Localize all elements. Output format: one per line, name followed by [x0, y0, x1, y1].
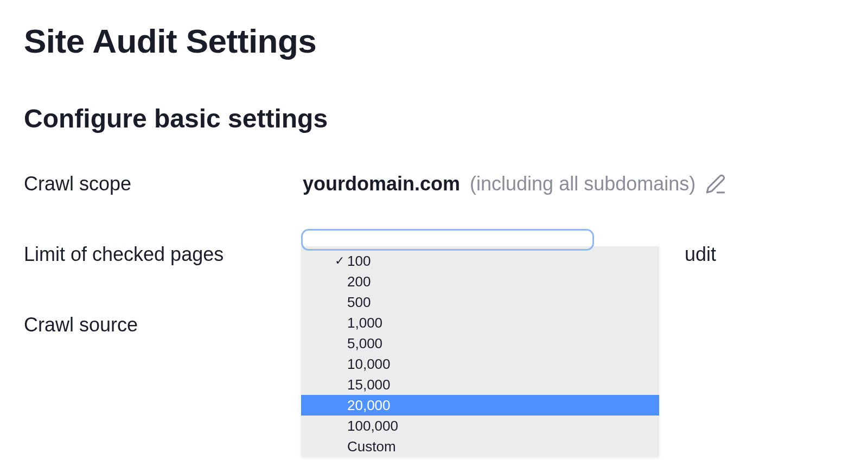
check-icon: ✓ — [335, 254, 344, 268]
dropdown-option-label: Custom — [347, 438, 396, 455]
crawl-source-label: Crawl source — [24, 314, 303, 336]
dropdown-option-label: 10,000 — [347, 356, 391, 372]
dropdown-option[interactable]: 20,000 — [301, 395, 659, 416]
dropdown-option[interactable]: 15,000 — [301, 374, 659, 395]
dropdown-option[interactable]: Custom — [301, 436, 659, 457]
section-title: Configure basic settings — [24, 104, 844, 133]
dropdown-option-label: 200 — [347, 273, 371, 290]
limit-pages-select[interactable] — [301, 229, 594, 251]
crawl-scope-domain: yourdomain.com — [303, 173, 460, 195]
dropdown-option-label: 15,000 — [347, 376, 391, 393]
crawl-scope-value: yourdomain.com (including all subdomains… — [303, 173, 726, 195]
limit-pages-dropdown: ✓1002005001,0005,00010,00015,00020,00010… — [301, 246, 659, 457]
limit-checked-pages-label: Limit of checked pages — [24, 243, 303, 266]
limit-trailing-text: udit — [685, 243, 716, 266]
dropdown-option[interactable]: 500 — [301, 292, 659, 312]
dropdown-option-label: 100,000 — [347, 418, 398, 434]
select-field-border[interactable] — [301, 229, 594, 251]
dropdown-option-label: 100 — [347, 253, 371, 269]
crawl-scope-suffix: (including all subdomains) — [470, 173, 695, 195]
dropdown-option-label: 5,000 — [347, 335, 382, 352]
dropdown-option[interactable]: 5,000 — [301, 333, 659, 354]
dropdown-option-label: 20,000 — [347, 397, 391, 413]
dropdown-option[interactable]: 200 — [301, 271, 659, 292]
dropdown-option-label: 1,000 — [347, 315, 382, 331]
dropdown-option[interactable]: 100,000 — [301, 416, 659, 436]
crawl-scope-label: Crawl scope — [24, 173, 303, 195]
crawl-scope-row: Crawl scope yourdomain.com (including al… — [24, 173, 844, 195]
dropdown-option[interactable]: ✓100 — [301, 251, 659, 271]
dropdown-option[interactable]: 10,000 — [301, 354, 659, 374]
dropdown-option-label: 500 — [347, 294, 371, 310]
dropdown-option[interactable]: 1,000 — [301, 312, 659, 333]
edit-icon[interactable] — [705, 174, 726, 194]
page-title: Site Audit Settings — [24, 22, 844, 60]
